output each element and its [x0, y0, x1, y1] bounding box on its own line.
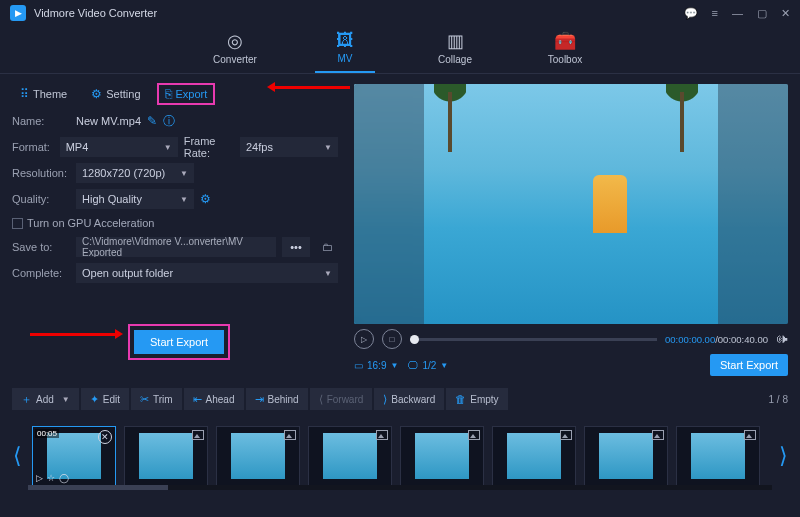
resolution-value: 1280x720 (720p): [82, 167, 165, 179]
timeline-scrollbar[interactable]: [28, 485, 772, 490]
stop-button[interactable]: □: [382, 329, 402, 349]
preview-panel: ▷ □ 00:00:00.00/00:00:40.00 🕪 ▭16:9▼ 🖵1/…: [350, 80, 800, 380]
clip-item[interactable]: [216, 426, 300, 486]
clip-item[interactable]: [584, 426, 668, 486]
quality-select[interactable]: High Quality▼: [76, 189, 194, 209]
close-icon[interactable]: ✕: [781, 7, 790, 20]
clip-item[interactable]: [308, 426, 392, 486]
image-icon: [560, 430, 572, 440]
chevron-down-icon: ▼: [324, 269, 332, 278]
aspect-icon: ▭: [354, 360, 363, 371]
backward-button[interactable]: ⟩Backward: [374, 388, 444, 410]
edit-button[interactable]: ✦Edit: [81, 388, 129, 410]
clip-item[interactable]: [492, 426, 576, 486]
subtab-export-label: Export: [176, 88, 208, 100]
start-export-button-preview[interactable]: Start Export: [710, 354, 788, 376]
chevron-down-icon: ▼: [180, 169, 188, 178]
wand-icon: ✦: [90, 393, 99, 406]
clip-loop-icon[interactable]: ◯: [59, 473, 69, 483]
saveto-label: Save to:: [12, 241, 70, 253]
forward-icon: ⟨: [319, 393, 323, 406]
clip-remove-icon[interactable]: ✕: [98, 430, 112, 444]
clip-star-icon[interactable]: ☆: [47, 473, 55, 483]
app-icon: ▶: [10, 5, 26, 21]
framerate-value: 24fps: [246, 141, 273, 153]
maximize-icon[interactable]: ▢: [757, 7, 767, 20]
ahead-button[interactable]: ⇤Ahead: [184, 388, 244, 410]
tab-converter[interactable]: ◎ Converter: [205, 26, 265, 73]
tab-toolbox[interactable]: 🧰 Toolbox: [535, 26, 595, 73]
aspect-value: 16:9: [367, 360, 386, 371]
backward-label: Backward: [391, 394, 435, 405]
chevron-down-icon: ▼: [164, 143, 172, 152]
subtab-setting-label: Setting: [106, 88, 140, 100]
format-label: Format:: [12, 141, 54, 153]
add-button[interactable]: ＋Add▼: [12, 388, 79, 410]
gpu-checkbox[interactable]: [12, 218, 23, 229]
name-value: New MV.mp4: [76, 115, 141, 127]
clip-time: 00:05: [35, 429, 59, 438]
tab-mv[interactable]: 🖼 MV: [315, 26, 375, 73]
complete-label: Complete:: [12, 267, 70, 279]
monitor-icon: 🖵: [408, 360, 418, 371]
play-button[interactable]: ▷: [354, 329, 374, 349]
format-select[interactable]: MP4▼: [60, 137, 178, 157]
image-icon: [744, 430, 756, 440]
empty-button[interactable]: 🗑Empty: [446, 388, 507, 410]
trim-label: Trim: [153, 394, 173, 405]
scissors-icon: ✂: [140, 393, 149, 406]
subtab-setting[interactable]: ⚙Setting: [83, 83, 148, 105]
zoom-select[interactable]: 🖵1/2▼: [408, 360, 448, 371]
edit-name-icon[interactable]: ✎: [147, 114, 157, 128]
timeline-next[interactable]: ⟩: [776, 443, 790, 469]
tab-mv-label: MV: [338, 53, 353, 64]
annotation-highlight: Start Export: [128, 324, 230, 360]
behind-button[interactable]: ⇥Behind: [246, 388, 308, 410]
converter-icon: ◎: [227, 30, 243, 52]
framerate-label: Frame Rate:: [184, 135, 234, 159]
resolution-select[interactable]: 1280x720 (720p)▼: [76, 163, 194, 183]
subtab-theme[interactable]: ⠿Theme: [12, 83, 75, 105]
trim-button[interactable]: ✂Trim: [131, 388, 182, 410]
page-indicator: 1 / 8: [769, 394, 788, 405]
edit-label: Edit: [103, 394, 120, 405]
time-current: 00:00:00.00: [665, 334, 715, 345]
browse-button[interactable]: •••: [282, 237, 310, 257]
save-path: C:\Vidmore\Vidmore V...onverter\MV Expor…: [76, 237, 276, 257]
start-export-button[interactable]: Start Export: [134, 330, 224, 354]
forward-button[interactable]: ⟨Forward: [310, 388, 373, 410]
framerate-select[interactable]: 24fps▼: [240, 137, 338, 157]
clip-item[interactable]: [124, 426, 208, 486]
aspect-select[interactable]: ▭16:9▼: [354, 360, 398, 371]
ahead-label: Ahead: [206, 394, 235, 405]
timeline-prev[interactable]: ⟨: [10, 443, 24, 469]
tab-collage[interactable]: ▥ Collage: [425, 26, 485, 73]
image-icon: [652, 430, 664, 440]
open-folder-icon[interactable]: 🗀: [316, 237, 338, 257]
clip-item[interactable]: [400, 426, 484, 486]
clip-item[interactable]: [676, 426, 760, 486]
seek-bar[interactable]: [410, 338, 657, 341]
backward-icon: ⟩: [383, 393, 387, 406]
menu-icon[interactable]: ≡: [712, 7, 718, 19]
volume-icon[interactable]: 🕪: [776, 332, 788, 346]
minimize-icon[interactable]: —: [732, 7, 743, 19]
complete-select[interactable]: Open output folder▼: [76, 263, 338, 283]
theme-icon: ⠿: [20, 87, 29, 101]
clip-item[interactable]: 00:05 ✕ ▷☆◯: [32, 426, 116, 486]
quality-settings-icon[interactable]: ⚙: [200, 192, 211, 206]
chevron-down-icon: ▼: [180, 195, 188, 204]
add-label: Add: [36, 394, 54, 405]
behind-label: Behind: [268, 394, 299, 405]
subtab-export[interactable]: ⎘Export: [157, 83, 216, 105]
ahead-icon: ⇤: [193, 393, 202, 406]
image-icon: [284, 430, 296, 440]
chevron-down-icon: ▼: [324, 143, 332, 152]
name-label: Name:: [12, 115, 70, 127]
collage-icon: ▥: [447, 30, 464, 52]
info-icon[interactable]: ⓘ: [163, 113, 175, 130]
gpu-label: Turn on GPU Acceleration: [27, 217, 154, 229]
feedback-icon[interactable]: 💬: [684, 7, 698, 20]
clip-play-icon[interactable]: ▷: [36, 473, 43, 483]
preview-image: [354, 84, 788, 324]
